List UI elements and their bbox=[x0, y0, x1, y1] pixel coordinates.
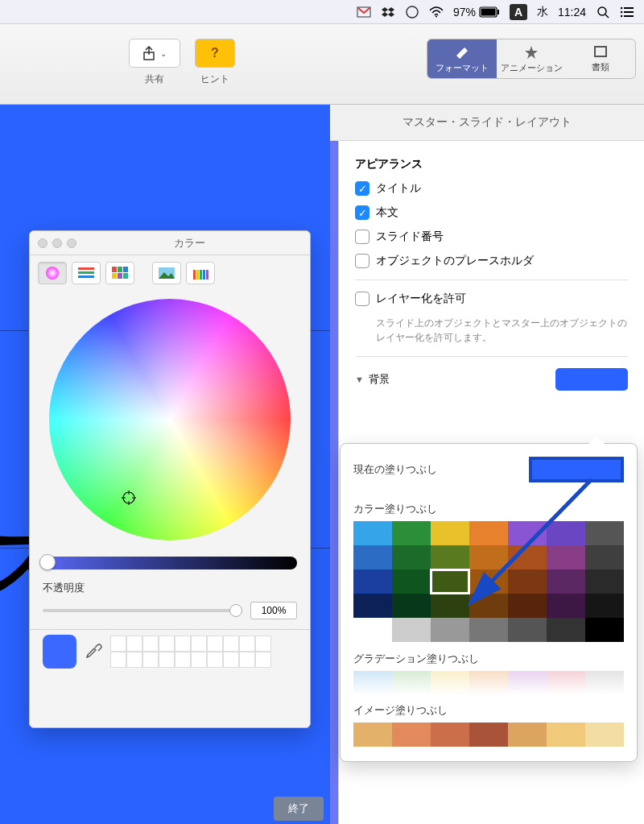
gmail-icon[interactable] bbox=[357, 5, 371, 19]
mode-crayons-icon[interactable] bbox=[186, 262, 215, 284]
palette-swatch[interactable] bbox=[392, 545, 431, 569]
mode-sliders-icon[interactable] bbox=[72, 262, 101, 284]
color-picker-window[interactable]: カラー 不透明度 100% bbox=[29, 230, 311, 728]
swatch-well[interactable] bbox=[255, 636, 271, 652]
palette-swatch[interactable] bbox=[469, 545, 508, 569]
palette-swatch[interactable] bbox=[508, 521, 547, 545]
tab-animation[interactable]: アニメーション bbox=[497, 39, 566, 78]
palette-swatch[interactable] bbox=[431, 521, 469, 545]
background-row[interactable]: ▼背景 bbox=[355, 368, 628, 391]
slider-knob[interactable] bbox=[229, 604, 242, 617]
palette-swatch[interactable] bbox=[469, 594, 508, 618]
palette-swatch[interactable] bbox=[353, 569, 392, 594]
opacity-slider[interactable] bbox=[43, 609, 242, 612]
swatch-well[interactable] bbox=[110, 636, 126, 652]
palette-swatch[interactable] bbox=[353, 545, 392, 569]
image-swatch[interactable] bbox=[431, 723, 469, 747]
swatch-well[interactable] bbox=[223, 636, 239, 652]
image-swatch[interactable] bbox=[508, 723, 547, 747]
palette-swatch[interactable] bbox=[547, 569, 585, 594]
spotlight-icon[interactable] bbox=[596, 5, 610, 19]
palette-swatch[interactable] bbox=[431, 594, 469, 618]
palette-swatch[interactable] bbox=[353, 521, 392, 545]
image-swatch[interactable] bbox=[392, 723, 431, 747]
image-swatch[interactable] bbox=[469, 723, 508, 747]
checkbox-allow-layer[interactable]: レイヤー化を許可 bbox=[355, 292, 628, 306]
gradient-swatch[interactable] bbox=[431, 671, 469, 695]
palette-swatch[interactable] bbox=[508, 569, 547, 594]
background-swatch[interactable] bbox=[555, 368, 628, 391]
swatch-well[interactable] bbox=[142, 636, 159, 652]
palette-swatch[interactable] bbox=[547, 618, 585, 642]
palette-swatch[interactable] bbox=[392, 521, 431, 545]
current-fill-swatch[interactable] bbox=[529, 457, 624, 482]
palette-swatch[interactable] bbox=[469, 569, 508, 594]
battery-status[interactable]: 97% bbox=[453, 6, 500, 19]
palette-swatch[interactable] bbox=[431, 569, 469, 594]
gradient-swatch[interactable] bbox=[508, 671, 547, 695]
palette-swatch[interactable] bbox=[353, 618, 392, 642]
swatch-well[interactable] bbox=[175, 636, 191, 652]
hint-button[interactable]: ? ヒント bbox=[195, 39, 235, 86]
end-button[interactable]: 終了 bbox=[274, 797, 324, 821]
palette-swatch[interactable] bbox=[469, 618, 508, 642]
swatch-well[interactable] bbox=[142, 652, 159, 668]
color-wheel[interactable] bbox=[49, 299, 291, 540]
swatch-well[interactable] bbox=[255, 652, 271, 668]
swatch-well[interactable] bbox=[239, 636, 255, 652]
eyedropper-icon[interactable] bbox=[85, 640, 102, 663]
checkbox-title[interactable]: ✓ タイトル bbox=[355, 181, 628, 196]
share-button[interactable]: ⌄ 共有 bbox=[129, 39, 180, 86]
palette-swatch[interactable] bbox=[508, 594, 547, 618]
swatch-well[interactable] bbox=[110, 652, 126, 668]
input-method-badge[interactable]: A bbox=[510, 4, 527, 20]
image-swatch[interactable] bbox=[353, 723, 392, 747]
swatch-well[interactable] bbox=[207, 652, 223, 668]
gradient-swatch[interactable] bbox=[585, 671, 624, 695]
palette-swatch[interactable] bbox=[431, 618, 469, 642]
palette-swatch[interactable] bbox=[585, 594, 624, 618]
swatch-well[interactable] bbox=[159, 636, 175, 652]
palette-swatch[interactable] bbox=[585, 618, 624, 642]
gradient-swatch[interactable] bbox=[469, 671, 508, 695]
palette-swatch[interactable] bbox=[392, 618, 431, 642]
traffic-lights[interactable] bbox=[38, 238, 76, 248]
gradient-swatch[interactable] bbox=[547, 671, 585, 695]
slider-knob[interactable] bbox=[39, 554, 56, 570]
swatch-well[interactable] bbox=[207, 636, 223, 652]
swatch-well[interactable] bbox=[191, 636, 207, 652]
swatch-well[interactable] bbox=[223, 652, 239, 668]
palette-swatch[interactable] bbox=[547, 545, 585, 569]
palette-swatch[interactable] bbox=[392, 594, 431, 618]
selected-color-swatch[interactable] bbox=[43, 635, 76, 669]
opacity-value[interactable]: 100% bbox=[250, 602, 297, 619]
palette-swatch[interactable] bbox=[585, 569, 624, 594]
palette-swatch[interactable] bbox=[508, 545, 547, 569]
window-titlebar[interactable]: カラー bbox=[30, 231, 310, 255]
checkbox-placeholder[interactable]: オブジェクトのプレースホルダ bbox=[355, 254, 628, 268]
palette-swatch[interactable] bbox=[585, 545, 624, 569]
swatch-well[interactable] bbox=[159, 652, 175, 668]
palette-swatch[interactable] bbox=[431, 545, 469, 569]
image-swatch[interactable] bbox=[547, 723, 585, 747]
palette-swatch[interactable] bbox=[585, 521, 624, 545]
wifi-icon[interactable] bbox=[429, 5, 444, 19]
palette-swatch[interactable] bbox=[392, 569, 431, 594]
list-icon[interactable] bbox=[620, 5, 634, 19]
palette-swatch[interactable] bbox=[547, 594, 585, 618]
palette-swatch[interactable] bbox=[469, 521, 508, 545]
mode-wheel-icon[interactable] bbox=[38, 262, 67, 284]
swatch-well[interactable] bbox=[126, 636, 142, 652]
date-time[interactable]: 水 11:24 bbox=[537, 5, 586, 19]
mode-image-icon[interactable] bbox=[152, 262, 181, 284]
palette-swatch[interactable] bbox=[547, 521, 585, 545]
checkbox-body[interactable]: ✓ 本文 bbox=[355, 205, 628, 220]
palette-swatch[interactable] bbox=[353, 594, 392, 618]
safari-icon[interactable] bbox=[405, 5, 419, 19]
swatch-well[interactable] bbox=[126, 652, 142, 668]
swatch-well[interactable] bbox=[175, 652, 191, 668]
dropbox-icon[interactable] bbox=[381, 5, 395, 19]
palette-swatch[interactable] bbox=[508, 618, 547, 642]
swatch-well[interactable] bbox=[239, 652, 255, 668]
image-swatch[interactable] bbox=[585, 723, 624, 747]
